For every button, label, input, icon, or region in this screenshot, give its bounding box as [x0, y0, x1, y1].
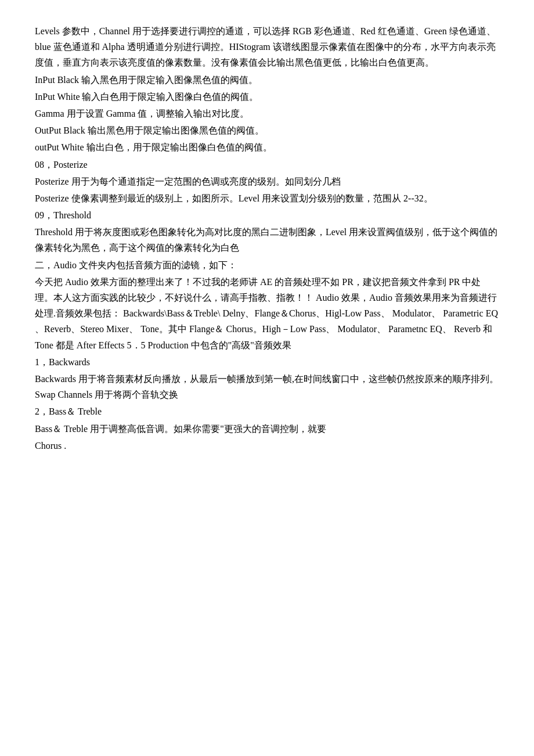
paragraph-p9: Posterize 使像素调整到最近的级别上，如图所示。Level 用来设置划分…	[35, 190, 499, 206]
paragraph-p10: 09，Threshold	[35, 207, 499, 223]
main-content: Levels 参数中，Channel 用于选择要进行调控的通道，可以选择 RGB…	[35, 23, 499, 453]
paragraph-p13: 今天把 Audio 效果方面的整理出来了！不过我的老师讲 AE 的音频处理不如 …	[35, 274, 499, 353]
paragraph-p17: Bass＆ Treble 用于调整高低音调。如果你需要"更强大的音调控制，就要	[35, 421, 499, 437]
paragraph-p16: 2，Bass＆ Treble	[35, 404, 499, 419]
paragraph-p5: OutPut Black 输出黑色用于限定输出图像黑色值的阀值。	[35, 123, 499, 138]
paragraph-p7: 08，Posterize	[35, 157, 499, 172]
paragraph-p8: Posterize 用于为每个通道指定一定范围的色调或亮度的级别。如同划分几档	[35, 174, 499, 189]
paragraph-p12: 二，Audio 文件夹内包括音频方面的滤镜，如下：	[35, 257, 499, 273]
paragraph-p14: 1，Backwards	[35, 354, 499, 370]
paragraph-p4: Gamma 用于设置 Gamma 值，调整输入输出对比度。	[35, 106, 499, 121]
paragraph-p15: Backwards 用于将音频素材反向播放，从最后一帧播放到第一帧,在时间线窗口…	[35, 371, 499, 402]
paragraph-p1: Levels 参数中，Channel 用于选择要进行调控的通道，可以选择 RGB…	[35, 23, 499, 71]
paragraph-p2: InPut Black 输入黑色用于限定输入图像黑色值的阀值。	[35, 72, 499, 88]
paragraph-p18: Chorus .	[35, 438, 499, 453]
paragraph-p3: InPut White 输入白色用于限定输入图像白色值的阀值。	[35, 89, 499, 105]
paragraph-p6: outPut White 输出白色，用于限定输出图像白色值的阀值。	[35, 139, 499, 155]
paragraph-p11: Threshold 用于将灰度图或彩色图象转化为高对比度的黑白二进制图象，Lev…	[35, 224, 499, 255]
